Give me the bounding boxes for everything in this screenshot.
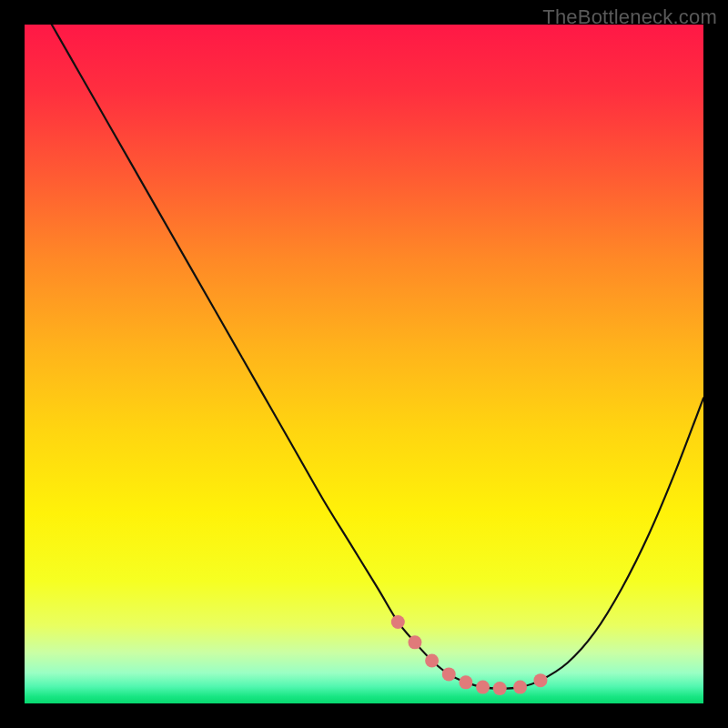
watermark-text: TheBottleneck.com xyxy=(542,5,717,29)
chart-frame: TheBottleneck.com xyxy=(0,0,728,728)
highlight-marker xyxy=(513,681,527,694)
chart-svg xyxy=(25,25,703,703)
highlight-marker xyxy=(408,635,421,649)
highlight-marker xyxy=(442,667,456,681)
plot-area xyxy=(25,25,703,703)
highlight-marker xyxy=(391,615,405,629)
highlight-marker xyxy=(533,673,547,687)
highlight-marker xyxy=(493,682,507,695)
highlight-marker xyxy=(425,654,439,668)
highlight-markers xyxy=(391,615,548,695)
highlight-marker xyxy=(476,681,490,694)
highlight-marker xyxy=(459,675,472,689)
bottleneck-curve xyxy=(52,25,703,689)
